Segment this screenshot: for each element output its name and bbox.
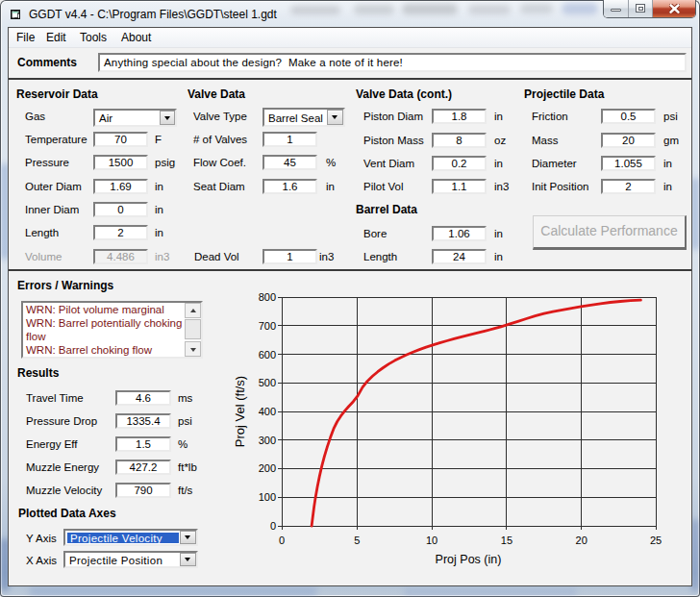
svg-text:700: 700 bbox=[259, 320, 276, 332]
svg-text:800: 800 bbox=[259, 291, 276, 303]
svg-text:10: 10 bbox=[426, 535, 438, 546]
svg-text:20: 20 bbox=[576, 535, 588, 546]
svg-text:500: 500 bbox=[259, 377, 276, 388]
svg-text:200: 200 bbox=[259, 462, 276, 474]
svg-text:400: 400 bbox=[259, 406, 276, 417]
svg-text:5: 5 bbox=[354, 535, 360, 546]
svg-text:0: 0 bbox=[279, 535, 285, 546]
svg-text:100: 100 bbox=[259, 491, 276, 503]
svg-text:0: 0 bbox=[270, 520, 276, 532]
svg-text:15: 15 bbox=[501, 535, 512, 546]
svg-text:300: 300 bbox=[259, 435, 276, 446]
svg-text:Proj Vel (ft/s): Proj Vel (ft/s) bbox=[233, 376, 247, 447]
svg-text:Proj Pos (in): Proj Pos (in) bbox=[436, 553, 502, 566]
svg-text:600: 600 bbox=[259, 349, 276, 361]
svg-text:25: 25 bbox=[650, 535, 662, 546]
